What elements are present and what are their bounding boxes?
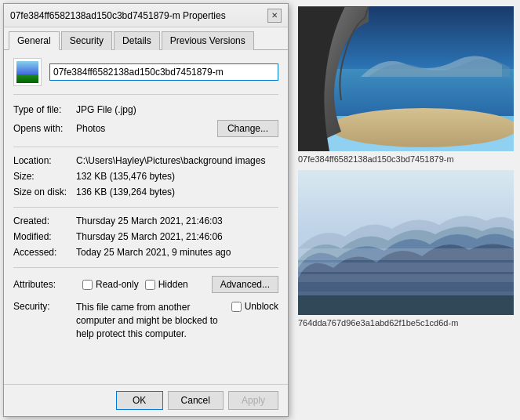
opens-with-label: Opens with:: [13, 123, 76, 134]
cancel-button[interactable]: Cancel: [168, 391, 224, 410]
tab-content: Type of file: JPG File (.jpg) Opens with…: [4, 50, 288, 384]
modified-label: Modified:: [13, 231, 76, 242]
location-label: Location:: [13, 155, 76, 166]
accessed-label: Accessed:: [13, 247, 76, 258]
hidden-label: Hidden: [158, 279, 188, 290]
opens-with-app: Photos: [76, 123, 217, 134]
ok-button[interactable]: OK: [116, 391, 163, 410]
size-on-disk-value: 136 KB (139,264 bytes): [76, 186, 278, 197]
size-on-disk-row: Size on disk: 136 KB (139,264 bytes): [13, 185, 278, 201]
thumbnail-label-2: 764dda767d96e3a1abd62f1be5c1cd6d-m: [298, 318, 514, 328]
dialog-title: 07fe384ff6582138ad150c3bd7451879-m Prope…: [10, 10, 226, 21]
tab-bar: General Security Details Previous Versio…: [4, 27, 288, 50]
accessed-value: Today 25 March 2021, 9 minutes ago: [76, 247, 278, 258]
file-header: [13, 58, 278, 95]
tab-security[interactable]: Security: [61, 31, 112, 50]
unblock-row: Unblock: [231, 301, 278, 312]
properties-dialog: 07fe384ff6582138ad150c3bd7451879-m Prope…: [3, 3, 289, 417]
size-row: Size: 132 KB (135,476 bytes): [13, 169, 278, 185]
thumbnail-item-2: 764dda767d96e3a1abd62f1be5c1cd6d-m: [298, 170, 514, 328]
size-value: 132 KB (135,476 bytes): [76, 171, 278, 182]
readonly-checkbox[interactable]: [82, 280, 93, 290]
apply-button[interactable]: Apply: [228, 391, 278, 410]
dialog-buttons: OK Cancel Apply: [4, 384, 288, 416]
created-value: Thursday 25 March 2021, 21:46:03: [76, 215, 278, 226]
security-row: Security: This file came from another co…: [13, 299, 278, 342]
file-type-value: JPG File (.jpg): [76, 104, 278, 115]
file-type-label: Type of file:: [13, 104, 76, 115]
file-icon: [13, 58, 42, 86]
title-bar: 07fe384ff6582138ad150c3bd7451879-m Prope…: [4, 4, 288, 27]
modified-row: Modified: Thursday 25 March 2021, 21:46:…: [13, 230, 278, 245]
svg-rect-6: [298, 262, 514, 272]
change-button[interactable]: Change...: [217, 120, 278, 137]
size-label: Size:: [13, 171, 76, 182]
tab-previous-versions[interactable]: Previous Versions: [162, 31, 254, 50]
size-on-disk-label: Size on disk:: [13, 186, 76, 197]
window-controls: ✕: [267, 9, 282, 23]
hidden-group: Hidden: [145, 279, 188, 290]
filename-input[interactable]: [49, 63, 278, 81]
separator-1: [13, 147, 278, 147]
security-label: Security:: [13, 301, 76, 312]
accessed-row: Accessed: Today 25 March 2021, 9 minutes…: [13, 245, 278, 261]
hidden-checkbox[interactable]: [145, 280, 155, 290]
unblock-label: Unblock: [245, 301, 278, 312]
tab-general[interactable]: General: [9, 31, 60, 50]
attributes-label: Attributes:: [13, 279, 76, 290]
separator-2: [13, 207, 278, 208]
thumbnail-label-1: 07fe384ff6582138ad150c3bd7451879-m: [298, 154, 514, 164]
opens-with-row: Opens with: Photos Change...: [13, 118, 278, 139]
unblock-checkbox[interactable]: [231, 302, 242, 312]
tab-details[interactable]: Details: [114, 31, 160, 50]
created-label: Created:: [13, 215, 76, 226]
file-thumbnail: [16, 61, 38, 83]
svg-rect-4: [298, 295, 514, 315]
modified-value: Thursday 25 March 2021, 21:46:06: [76, 231, 278, 242]
thumbnail-item-1: 07fe384ff6582138ad150c3bd7451879-m: [298, 6, 514, 164]
close-button[interactable]: ✕: [267, 9, 282, 23]
readonly-group: Read-only: [82, 279, 139, 290]
svg-rect-5: [298, 248, 514, 260]
readonly-label: Read-only: [96, 279, 139, 290]
file-type-row: Type of file: JPG File (.jpg): [13, 103, 278, 118]
location-value: C:\Users\Hayley\Pictures\background imag…: [76, 155, 278, 166]
advanced-button[interactable]: Advanced...: [212, 276, 278, 293]
thumbnails-panel: 07fe384ff6582138ad150c3bd7451879-m: [292, 0, 520, 420]
svg-rect-7: [298, 274, 514, 282]
unblock-area: Unblock: [231, 301, 278, 312]
created-row: Created: Thursday 25 March 2021, 21:46:0…: [13, 214, 278, 230]
security-text: This file came from another computer and…: [76, 301, 225, 340]
svg-point-2: [329, 108, 514, 147]
attributes-row: Attributes: Read-only Hidden Advanced...: [13, 274, 278, 295]
thumbnail-image-1[interactable]: [298, 6, 514, 151]
location-row: Location: C:\Users\Hayley\Pictures\backg…: [13, 154, 278, 169]
thumbnail-image-2[interactable]: [298, 170, 514, 315]
separator-3: [13, 267, 278, 268]
